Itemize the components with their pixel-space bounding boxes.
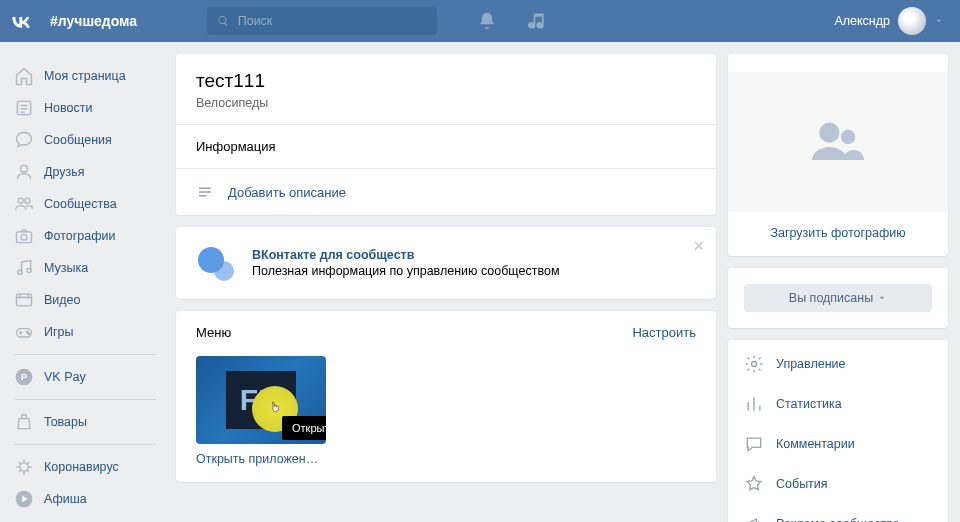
star-icon xyxy=(744,474,764,494)
mgmt-events[interactable]: События xyxy=(728,464,948,504)
sidebar-item-market[interactable]: Товары xyxy=(6,406,164,438)
sidebar-item-label: VK Pay xyxy=(44,370,86,384)
tip-title[interactable]: ВКонтакте для сообществ xyxy=(252,248,559,262)
sidebar-item-label: Друзья xyxy=(44,165,85,179)
mgmt-stats[interactable]: Статистика xyxy=(728,384,948,424)
sidebar-item-groups[interactable]: Сообщества xyxy=(6,188,164,220)
info-section-title: Информация xyxy=(176,125,716,169)
sidebar-item-label: Товары xyxy=(44,415,87,429)
vk-logo[interactable] xyxy=(0,0,42,42)
groups-icon xyxy=(14,194,34,214)
sidebar-item-label: Моя страница xyxy=(44,69,126,83)
camera-icon xyxy=(14,226,34,246)
svg-rect-8 xyxy=(17,294,32,306)
sidebar-item-games[interactable]: Игры xyxy=(6,316,164,348)
sidebar-item-friends[interactable]: Друзья xyxy=(6,156,164,188)
close-icon[interactable]: × xyxy=(693,239,704,253)
messages-icon xyxy=(14,130,34,150)
separator xyxy=(14,354,156,355)
sidebar-item-label: Музыка xyxy=(44,261,88,275)
header: #лучшедома Алексндр xyxy=(0,0,960,42)
chevron-down-icon xyxy=(877,293,887,303)
tooltip: Открыть приложение xyxy=(282,416,326,440)
sidebar-item-photos[interactable]: Фотографии xyxy=(6,220,164,252)
sidebar-item-events[interactable]: Афиша xyxy=(6,483,164,515)
vkpay-icon: P xyxy=(14,367,34,387)
music-note-icon xyxy=(14,258,34,278)
sidebar-item-profile[interactable]: Моя страница xyxy=(6,60,164,92)
sidebar-item-video[interactable]: Видео xyxy=(6,284,164,316)
sidebar-item-label: Видео xyxy=(44,293,81,307)
mgmt-comments[interactable]: Комментарии xyxy=(728,424,948,464)
app-thumb[interactable]: FP Открыть приложение xyxy=(196,356,326,444)
app-tile[interactable]: FP Открыть приложение Открыть приложен… xyxy=(196,356,326,466)
sidebar-item-vkpay[interactable]: P VK Pay xyxy=(6,361,164,393)
group-title: тест111 xyxy=(196,70,696,92)
photo-card: Загрузить фотографию xyxy=(728,54,948,256)
sidebar-item-news[interactable]: Новости xyxy=(6,92,164,124)
sidebar-item-label: Сообщества xyxy=(44,197,117,211)
sidebar-item-covid[interactable]: Коронавирус xyxy=(6,451,164,483)
add-description[interactable]: Добавить описание xyxy=(176,169,716,215)
svg-point-14 xyxy=(20,463,28,471)
stats-icon xyxy=(744,394,764,414)
separator xyxy=(14,399,156,400)
friends-icon xyxy=(14,162,34,182)
separator xyxy=(14,444,156,445)
svg-point-7 xyxy=(27,268,31,272)
group-placeholder-icon xyxy=(802,112,874,172)
main: тест111 Велосипеды Информация Добавить о… xyxy=(176,54,716,522)
sidebar: Моя страница Новости Сообщения Друзья Со… xyxy=(0,54,164,522)
svg-point-18 xyxy=(752,362,757,367)
group-header-card: тест111 Велосипеды Информация Добавить о… xyxy=(176,54,716,215)
search-input[interactable] xyxy=(238,14,427,28)
photo-placeholder xyxy=(728,72,948,212)
header-hashtag[interactable]: #лучшедома xyxy=(42,13,207,29)
sidebar-item-label: Сообщения xyxy=(44,133,112,147)
home-icon xyxy=(14,66,34,86)
svg-point-3 xyxy=(25,198,30,203)
header-user[interactable]: Алексндр xyxy=(834,7,960,35)
menu-card: Меню Настроить FP Открыть приложение Отк… xyxy=(176,311,716,482)
svg-point-2 xyxy=(18,198,23,203)
app-label[interactable]: Открыть приложен… xyxy=(196,452,326,466)
management-card: Управление Статистика Комментарии Событи… xyxy=(728,340,948,522)
gamepad-icon xyxy=(14,322,34,342)
avatar xyxy=(898,7,926,35)
community-tip-icon xyxy=(196,243,236,283)
mgmt-ads[interactable]: Реклама сообщества xyxy=(728,504,948,522)
svg-point-16 xyxy=(819,123,839,143)
virus-icon xyxy=(14,457,34,477)
mgmt-manage[interactable]: Управление xyxy=(728,344,948,384)
username: Алексндр xyxy=(834,14,890,28)
sidebar-item-label: Новости xyxy=(44,101,92,115)
list-icon xyxy=(196,183,214,201)
svg-point-5 xyxy=(21,234,27,240)
sidebar-item-label: Коронавирус xyxy=(44,460,119,474)
tip-text: Полезная информация по управлению сообще… xyxy=(252,264,559,278)
svg-point-17 xyxy=(841,130,855,144)
comment-icon xyxy=(744,434,764,454)
sidebar-item-messages[interactable]: Сообщения xyxy=(6,124,164,156)
pointer-cursor-icon xyxy=(267,400,283,418)
svg-rect-4 xyxy=(17,232,32,243)
upload-photo[interactable]: Загрузить фотографию xyxy=(770,226,905,240)
search-box[interactable] xyxy=(207,7,437,35)
gear-icon xyxy=(744,354,764,374)
tip-card: ВКонтакте для сообществ Полезная информа… xyxy=(176,227,716,299)
subscribe-card: Вы подписаны xyxy=(728,268,948,328)
sidebar-item-label: Игры xyxy=(44,325,73,339)
svg-point-1 xyxy=(21,165,28,172)
right-sidebar: Загрузить фотографию Вы подписаны Управл… xyxy=(728,54,948,522)
music-icon[interactable] xyxy=(527,11,547,31)
subscribed-button[interactable]: Вы подписаны xyxy=(744,284,932,312)
svg-point-10 xyxy=(27,331,29,333)
menu-configure[interactable]: Настроить xyxy=(632,325,696,340)
svg-text:P: P xyxy=(21,372,27,382)
megaphone-icon xyxy=(744,514,764,522)
sidebar-item-music[interactable]: Музыка xyxy=(6,252,164,284)
news-icon xyxy=(14,98,34,118)
svg-point-11 xyxy=(28,333,30,335)
bell-icon[interactable] xyxy=(477,11,497,31)
search-icon xyxy=(217,14,230,28)
